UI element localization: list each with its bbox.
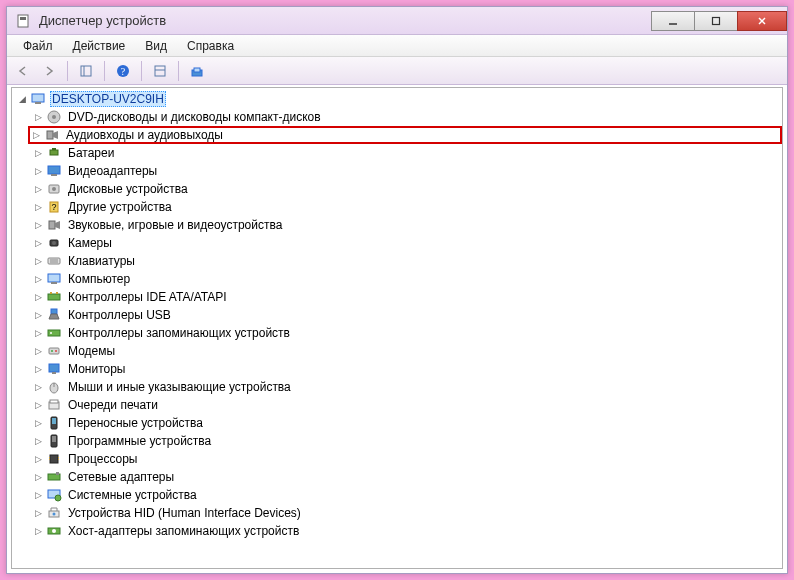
tree-item-label: Дисковые устройства xyxy=(66,182,190,196)
tree-item[interactable]: ▷Контроллеры USB xyxy=(28,306,782,324)
tree-item[interactable]: ▷Системные устройства xyxy=(28,486,782,504)
tree-item[interactable]: ▷Сетевые адаптеры xyxy=(28,468,782,486)
menu-help[interactable]: Справка xyxy=(177,37,244,55)
svg-rect-22 xyxy=(51,174,57,176)
svg-rect-41 xyxy=(49,348,59,354)
category-icon xyxy=(46,325,62,341)
expand-icon[interactable]: ▷ xyxy=(32,363,44,375)
expand-icon[interactable]: ▷ xyxy=(32,165,44,177)
tree-item[interactable]: ▷Мониторы xyxy=(28,360,782,378)
category-icon xyxy=(46,469,62,485)
expand-icon[interactable]: ▷ xyxy=(32,345,44,357)
expand-icon[interactable]: ▷ xyxy=(32,183,44,195)
expand-icon[interactable]: ▷ xyxy=(32,435,44,447)
svg-rect-58 xyxy=(58,459,59,460)
tree-item[interactable]: ▷Аудиовходы и аудиовыходы xyxy=(28,126,782,144)
expand-icon[interactable]: ▷ xyxy=(32,327,44,339)
tree-item[interactable]: ▷Устройства HID (Human Interface Devices… xyxy=(28,504,782,522)
category-icon xyxy=(46,217,62,233)
tree-item[interactable]: ▷Компьютер xyxy=(28,270,782,288)
expand-icon[interactable]: ▷ xyxy=(32,525,44,537)
expand-icon[interactable]: ▷ xyxy=(32,111,44,123)
svg-rect-53 xyxy=(52,436,56,442)
tree-item-label: Другие устройства xyxy=(66,200,174,214)
close-button[interactable] xyxy=(737,11,787,31)
svg-rect-39 xyxy=(48,330,60,336)
minimize-button[interactable] xyxy=(651,11,695,31)
toolbar: ? xyxy=(7,57,787,85)
show-hide-tree-button[interactable] xyxy=(74,60,98,82)
svg-rect-60 xyxy=(56,472,59,475)
expand-icon[interactable]: ▷ xyxy=(32,219,44,231)
category-icon: ? xyxy=(46,199,62,215)
expand-icon[interactable]: ▷ xyxy=(32,255,44,267)
svg-rect-15 xyxy=(35,102,41,104)
tree-item[interactable]: ▷Камеры xyxy=(28,234,782,252)
expand-icon[interactable]: ▷ xyxy=(32,309,44,321)
tree-item[interactable]: ▷?Другие устройства xyxy=(28,198,782,216)
category-icon xyxy=(46,433,62,449)
tree-item-label: DVD-дисководы и дисководы компакт-дисков xyxy=(66,110,323,124)
menu-view[interactable]: Вид xyxy=(135,37,177,55)
show-hidden-button[interactable] xyxy=(185,60,209,82)
tree-item[interactable]: ▷DVD-дисководы и дисководы компакт-диско… xyxy=(28,108,782,126)
tree-item[interactable]: ▷Программные устройства xyxy=(28,432,782,450)
expand-icon[interactable]: ▷ xyxy=(32,381,44,393)
tree-item[interactable]: ▷Батареи xyxy=(28,144,782,162)
tree-item[interactable]: ▷Дисковые устройства xyxy=(28,180,782,198)
svg-rect-51 xyxy=(52,418,56,424)
expand-icon[interactable]: ▷ xyxy=(32,399,44,411)
expand-icon[interactable]: ▷ xyxy=(32,471,44,483)
tree-item[interactable]: ▷Хост-адаптеры запоминающих устройств xyxy=(28,522,782,540)
device-tree-panel[interactable]: ◢ DESKTOP-UV2C9IH ▷DVD-дисководы и диско… xyxy=(11,87,783,569)
svg-point-62 xyxy=(55,495,61,501)
tree-item[interactable]: ▷Контроллеры IDE ATA/ATAPI xyxy=(28,288,782,306)
category-icon xyxy=(46,505,62,521)
menu-action[interactable]: Действие xyxy=(63,37,136,55)
help-button[interactable]: ? xyxy=(111,60,135,82)
expand-icon[interactable]: ▷ xyxy=(32,273,44,285)
back-button[interactable] xyxy=(11,60,35,82)
svg-rect-45 xyxy=(52,372,56,374)
forward-button[interactable] xyxy=(37,60,61,82)
svg-point-24 xyxy=(52,187,56,191)
category-icon xyxy=(46,235,62,251)
svg-rect-19 xyxy=(50,150,58,155)
svg-rect-0 xyxy=(18,15,28,27)
tree-item[interactable]: ▷Очереди печати xyxy=(28,396,782,414)
device-manager-window: Диспетчер устройств Файл Действие Вид Сп… xyxy=(6,6,788,574)
expand-icon[interactable]: ▷ xyxy=(32,201,44,213)
expand-icon[interactable]: ▷ xyxy=(32,489,44,501)
svg-point-17 xyxy=(52,115,56,119)
svg-rect-55 xyxy=(49,457,50,458)
tree-item[interactable]: ▷Процессоры xyxy=(28,450,782,468)
tree-item[interactable]: ▷Видеоадаптеры xyxy=(28,162,782,180)
svg-text:?: ? xyxy=(121,66,126,77)
tree-item[interactable]: ▷Звуковые, игровые и видеоустройства xyxy=(28,216,782,234)
scan-hardware-button[interactable] xyxy=(148,60,172,82)
expand-icon[interactable]: ▷ xyxy=(32,147,44,159)
category-icon xyxy=(46,271,62,287)
svg-rect-14 xyxy=(32,94,44,102)
collapse-icon[interactable]: ◢ xyxy=(16,93,28,105)
tree-item[interactable]: ▷Модемы xyxy=(28,342,782,360)
expand-icon[interactable]: ▷ xyxy=(32,291,44,303)
tree-item[interactable]: ▷Клавиатуры xyxy=(28,252,782,270)
tree-item-label: Мыши и иные указывающие устройства xyxy=(66,380,293,394)
expand-icon[interactable]: ▷ xyxy=(32,417,44,429)
expand-icon[interactable]: ▷ xyxy=(32,453,44,465)
tree-root[interactable]: ◢ DESKTOP-UV2C9IH xyxy=(12,90,782,108)
category-icon xyxy=(46,361,62,377)
titlebar: Диспетчер устройств xyxy=(7,7,787,35)
expand-icon[interactable]: ▷ xyxy=(32,237,44,249)
tree-item[interactable]: ▷Контроллеры запоминающих устройств xyxy=(28,324,782,342)
tree-item-label: Компьютер xyxy=(66,272,132,286)
tree-item[interactable]: ▷Переносные устройства xyxy=(28,414,782,432)
category-icon xyxy=(46,163,62,179)
expand-icon[interactable]: ▷ xyxy=(30,129,42,141)
menu-file[interactable]: Файл xyxy=(13,37,63,55)
svg-point-42 xyxy=(51,350,53,352)
tree-item[interactable]: ▷Мыши и иные указывающие устройства xyxy=(28,378,782,396)
maximize-button[interactable] xyxy=(694,11,738,31)
expand-icon[interactable]: ▷ xyxy=(32,507,44,519)
